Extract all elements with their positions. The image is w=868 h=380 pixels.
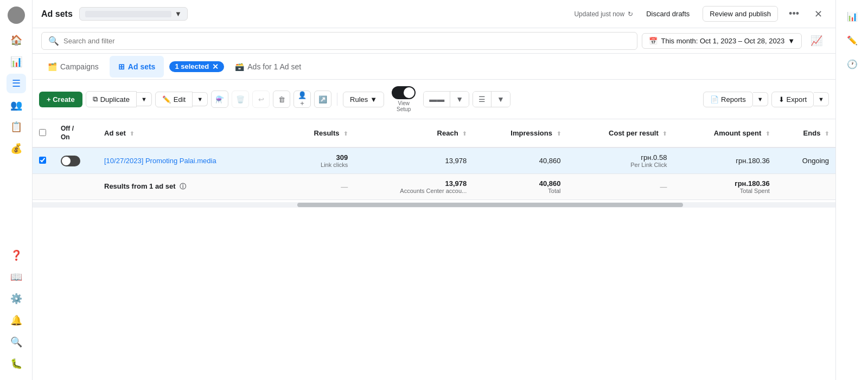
navigation-tabs: 🗂️ Campaigns ⊞ Ad sets 1 selected ✕ 🗃️ A… (33, 54, 835, 80)
row-ends: Ongoing (776, 147, 835, 174)
total-cost: — (567, 174, 674, 200)
updated-status: Updated just now ↻ (574, 10, 633, 18)
th-results: Results ⬆ (284, 119, 354, 147)
create-button[interactable]: + Create (39, 92, 82, 107)
ad-set-link[interactable]: [10/27/2023] Promoting Palai.media (104, 157, 216, 165)
toolbar: + Create ⧉ Duplicate ▼ ✏️ Edit ▼ ⚗️ 🗑️ ↩… (33, 80, 835, 119)
sidebar-icon-analytics[interactable]: 📊 (7, 52, 26, 72)
horizontal-scrollbar[interactable] (33, 202, 835, 208)
sidebar-icon-docs[interactable]: 📖 (7, 267, 26, 287)
adsets-grid-icon: ⊞ (118, 62, 125, 71)
chart-icon-right[interactable]: 📈 (806, 31, 827, 50)
undo-button[interactable]: ↩ (252, 91, 270, 108)
topbar: Ad sets ▼ Updated just now ↻ Discard dra… (33, 0, 835, 28)
amount-sort-icon[interactable]: ⬆ (765, 131, 770, 137)
row-results: 309 Link clicks (284, 147, 354, 174)
total-toggle-cell (54, 174, 98, 200)
search-input[interactable] (63, 37, 630, 45)
search-bar: 🔍 (41, 32, 637, 50)
tab-campaigns[interactable]: 🗂️ Campaigns (39, 56, 107, 78)
ad-set-sort-icon[interactable]: ⬆ (130, 131, 134, 137)
columns-button[interactable]: ☰ (473, 92, 492, 107)
reports-button[interactable]: 📄 Reports (703, 92, 753, 107)
view-bar-chart-button[interactable]: ▬▬ (424, 92, 450, 107)
edit-button[interactable]: ✏️ Edit (155, 92, 193, 107)
duplicate-group: ⧉ Duplicate ▼ (86, 91, 152, 107)
sidebar-icon-debug[interactable]: 🐛 (7, 354, 26, 373)
th-reach: Reach ⬆ (354, 119, 473, 147)
edit-dropdown[interactable]: ▼ (193, 92, 208, 106)
sidebar-icon-help[interactable]: ❓ (7, 246, 26, 265)
view-setup-button[interactable]: View Setup (387, 84, 420, 114)
account-selector[interactable]: ▼ (79, 7, 188, 21)
right-icon-clock[interactable]: 🕐 (843, 54, 862, 74)
right-icon-edit[interactable]: ✏️ (843, 30, 862, 50)
refresh-icon[interactable]: ↻ (628, 10, 633, 18)
more-options-button[interactable]: ••• (784, 6, 803, 22)
sidebar-icon-notifications[interactable]: 🔔 (7, 311, 26, 330)
sidebar-icon-audiences[interactable]: 👥 (7, 95, 26, 115)
export-icon: ⬇ (778, 95, 784, 104)
sidebar-icon-adsets[interactable]: ☰ (7, 74, 26, 93)
table-container: Off / On Ad set ⬆ Results ⬆ Reach ⬆ (33, 119, 835, 380)
total-impressions: 40,860 Total (473, 174, 567, 200)
ads-icon: 🗃️ (235, 62, 244, 71)
avatar[interactable] (8, 7, 25, 24)
sidebar-icon-home[interactable]: 🏠 (7, 30, 26, 50)
cost-sort-icon[interactable]: ⬆ (662, 131, 667, 137)
search-icon: 🔍 (48, 36, 59, 46)
move-button[interactable]: ↗️ (314, 91, 331, 108)
row-checkbox[interactable] (39, 157, 46, 164)
tab-adsets[interactable]: ⊞ Ad sets (110, 56, 164, 78)
impressions-sort-icon[interactable]: ⬆ (557, 131, 561, 137)
share-button[interactable]: 👤+ (293, 91, 311, 108)
reports-dropdown[interactable]: ▼ (753, 92, 768, 106)
campaigns-icon: 🗂️ (48, 62, 57, 71)
duplicate-button[interactable]: ⧉ Duplicate (86, 91, 137, 107)
reports-icon: 📄 (710, 95, 719, 104)
sidebar-icon-search[interactable]: 🔍 (7, 332, 26, 352)
tab-ads-for-adset[interactable]: 🗃️ Ads for 1 Ad set (226, 57, 310, 76)
selected-badge-close[interactable]: ✕ (212, 62, 219, 71)
results-sort-icon[interactable]: ⬆ (343, 131, 348, 137)
row-toggle[interactable] (61, 156, 80, 166)
reach-sort-icon[interactable]: ⬆ (462, 131, 467, 137)
reports-group: 📄 Reports ▼ (703, 92, 768, 107)
review-publish-button[interactable]: Review and publish (703, 6, 778, 22)
calendar-icon: 📅 (649, 37, 658, 45)
totals-info-icon[interactable]: ⓘ (180, 183, 186, 190)
view-bar-chart-dropdown[interactable]: ▼ (450, 92, 469, 107)
th-checkbox (33, 119, 54, 147)
sidebar-icon-billing[interactable]: 💰 (7, 139, 26, 158)
date-range-button[interactable]: 📅 This month: Oct 1, 2023 – Oct 28, 2023… (642, 33, 802, 49)
export-dropdown[interactable]: ▼ (814, 92, 829, 106)
row-amount-spent: грн.180.36 (673, 147, 776, 174)
export-button[interactable]: ⬇ Export (771, 92, 814, 107)
view-mode-group: ▬▬ ▼ (423, 91, 469, 107)
rules-button[interactable]: Rules ▼ (343, 92, 384, 107)
row-reach: 13,978 (354, 147, 473, 174)
select-all-checkbox[interactable] (39, 129, 46, 136)
rules-dropdown-icon: ▼ (370, 95, 377, 104)
row-checkbox-cell (33, 147, 54, 174)
duplicate-dropdown[interactable]: ▼ (137, 92, 152, 106)
trash-button[interactable]: 🗑 (273, 91, 290, 108)
right-icon-chart[interactable]: 📊 (843, 7, 862, 26)
columns-dropdown[interactable]: ▼ (492, 92, 510, 107)
toggle-pill[interactable] (392, 86, 416, 99)
sidebar-icon-reports[interactable]: 📋 (7, 117, 26, 137)
sidebar-icon-settings[interactable]: ⚙️ (7, 289, 26, 308)
ad-sets-table: Off / On Ad set ⬆ Results ⬆ Reach ⬆ (33, 119, 835, 200)
total-reach: 13,978 Accounts Center accou... (354, 174, 473, 200)
flask-button[interactable]: ⚗️ (211, 91, 228, 108)
divider-1 (337, 93, 337, 106)
close-button[interactable]: ✕ (810, 6, 827, 22)
row-cost-per-result: грн.0.58 Per Link Click (567, 147, 674, 174)
delete-button[interactable]: 🗑️ (232, 91, 249, 108)
date-dropdown-icon: ▼ (788, 37, 795, 45)
discard-drafts-button[interactable]: Discard drafts (640, 7, 696, 21)
duplicate-icon: ⧉ (93, 95, 98, 104)
ends-sort-icon[interactable]: ⬆ (825, 131, 829, 137)
total-results: — (284, 174, 354, 200)
th-cost-per-result: Cost per result ⬆ (567, 119, 674, 147)
